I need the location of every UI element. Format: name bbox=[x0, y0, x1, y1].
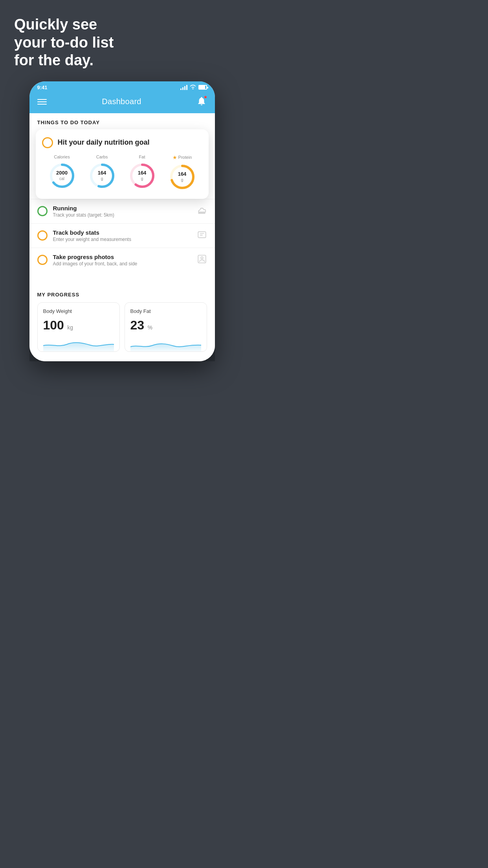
wifi-icon bbox=[190, 85, 196, 90]
progress-card-fat[interactable]: Body Fat 23 % bbox=[125, 302, 207, 352]
shoe-icon bbox=[197, 205, 207, 217]
task-checkbox[interactable] bbox=[42, 137, 53, 148]
progress-section: MY PROGRESS Body Weight 100 kg bbox=[29, 284, 215, 352]
carbs-label: Carbs bbox=[96, 154, 108, 159]
progress-title: MY PROGRESS bbox=[37, 292, 207, 298]
person-icon bbox=[197, 254, 207, 266]
fat-unit: % bbox=[148, 324, 152, 331]
section-header-todo: THINGS TO DO TODAY bbox=[29, 113, 215, 129]
todo-checkbox-photos[interactable] bbox=[37, 255, 48, 265]
todo-title-body-stats: Track body stats bbox=[53, 229, 191, 236]
calories-donut: 2000cal bbox=[48, 162, 76, 190]
todo-text-photos: Take progress photos Add images of your … bbox=[53, 254, 191, 267]
fat-value-row: 23 % bbox=[130, 318, 201, 333]
protein-donut: 164g bbox=[168, 163, 196, 191]
protein-label: ★Protein bbox=[172, 154, 192, 160]
star-icon: ★ bbox=[172, 154, 177, 160]
carbs-value: 164g bbox=[98, 170, 106, 181]
weight-chart bbox=[43, 336, 114, 351]
time-display: 9:41 bbox=[37, 85, 48, 90]
fat-card-title: Body Fat bbox=[130, 308, 201, 314]
hero-title: Quickly see your to-do list for the day. bbox=[14, 16, 114, 70]
hero-section: Quickly see your to-do list for the day. bbox=[0, 0, 128, 81]
nutrition-protein: ★Protein 164g bbox=[168, 154, 196, 191]
status-bar: 9:41 bbox=[29, 81, 215, 92]
todo-subtitle-body-stats: Enter your weight and measurements bbox=[53, 237, 191, 242]
fat-chart bbox=[130, 336, 201, 351]
todo-text-body-stats: Track body stats Enter your weight and m… bbox=[53, 229, 191, 242]
todo-subtitle-photos: Add images of your front, back, and side bbox=[53, 261, 191, 267]
progress-card-weight[interactable]: Body Weight 100 kg bbox=[37, 302, 120, 352]
phone-mockup: 9:41 Dashboard bbox=[29, 81, 215, 361]
progress-cards: Body Weight 100 kg bbox=[37, 302, 207, 352]
weight-card-title: Body Weight bbox=[43, 308, 114, 314]
nutrition-row: Calories 2000cal Ca bbox=[42, 154, 202, 191]
calories-label: Calories bbox=[54, 154, 70, 159]
fat-value: 164g bbox=[138, 170, 147, 181]
phone-wrapper: 9:41 Dashboard bbox=[29, 81, 215, 361]
signal-icon bbox=[180, 85, 187, 90]
weight-value-row: 100 kg bbox=[43, 318, 114, 333]
nutrition-fat: Fat 164g bbox=[128, 154, 156, 190]
card-title: Hit your daily nutrition goal bbox=[58, 138, 150, 147]
scale-icon bbox=[197, 230, 207, 242]
weight-unit: kg bbox=[67, 324, 73, 331]
todo-text-running: Running Track your stats (target: 5km) bbox=[53, 205, 191, 218]
todo-checkbox-running[interactable] bbox=[37, 206, 48, 216]
notification-dot bbox=[204, 95, 207, 99]
todo-title-running: Running bbox=[53, 205, 191, 211]
protein-value: 164g bbox=[178, 171, 187, 182]
todo-progress-photos[interactable]: Take progress photos Add images of your … bbox=[29, 248, 215, 272]
calories-value: 2000cal bbox=[56, 170, 68, 181]
fat-label: Fat bbox=[139, 154, 145, 159]
card-title-row: Hit your daily nutrition goal bbox=[42, 137, 202, 148]
spacer bbox=[29, 272, 215, 284]
notification-button[interactable] bbox=[196, 96, 207, 108]
status-icons bbox=[180, 85, 207, 90]
todo-checkbox-body-stats[interactable] bbox=[37, 230, 48, 241]
header-title: Dashboard bbox=[102, 97, 141, 106]
svg-point-10 bbox=[201, 257, 203, 259]
phone-body: THINGS TO DO TODAY Hit your daily nutrit… bbox=[29, 113, 215, 361]
weight-value: 100 bbox=[43, 318, 64, 332]
battery-icon bbox=[198, 85, 207, 90]
svg-rect-8 bbox=[198, 232, 206, 237]
fat-value: 23 bbox=[130, 318, 145, 332]
todo-running[interactable]: Running Track your stats (target: 5km) bbox=[29, 199, 215, 223]
todo-title-photos: Take progress photos bbox=[53, 254, 191, 260]
app-header: Dashboard bbox=[29, 92, 215, 113]
nutrition-card: Hit your daily nutrition goal Calories 2 bbox=[36, 129, 209, 199]
menu-button[interactable] bbox=[37, 99, 47, 105]
nutrition-calories: Calories 2000cal bbox=[48, 154, 76, 190]
todo-body-stats[interactable]: Track body stats Enter your weight and m… bbox=[29, 223, 215, 248]
fat-donut: 164g bbox=[128, 162, 156, 190]
nutrition-carbs: Carbs 164g bbox=[88, 154, 116, 190]
carbs-donut: 164g bbox=[88, 162, 116, 190]
todo-subtitle-running: Track your stats (target: 5km) bbox=[53, 212, 191, 218]
bottom-spacer bbox=[29, 352, 215, 361]
